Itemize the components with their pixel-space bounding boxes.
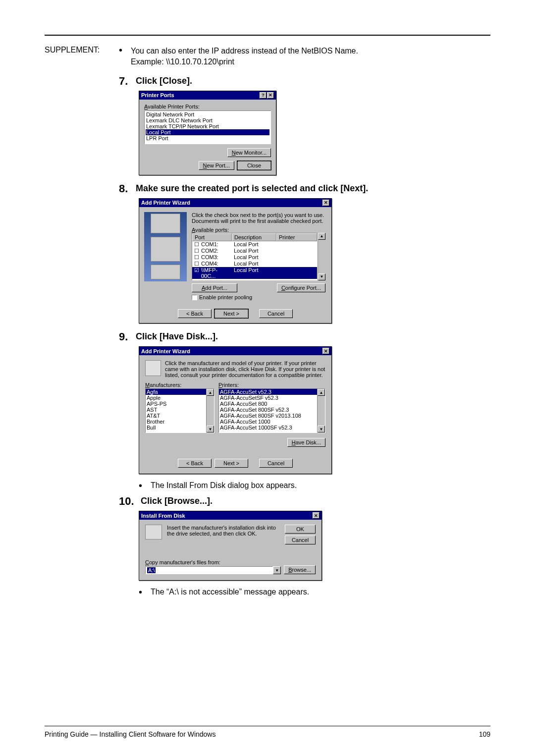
close-icon[interactable]: ✕ xyxy=(267,92,274,99)
manufacturers-listbox[interactable]: Agfa Apple APS-PS AST AT&T Brother Bull … xyxy=(145,388,214,433)
table-row[interactable]: ☐COM3:Local Port xyxy=(192,254,317,261)
new-monitor-button[interactable]: New Monitor... xyxy=(227,148,271,157)
scrollbar[interactable]: ▲ ▼ xyxy=(318,233,325,280)
supplement-line1: You can also enter the IP address instea… xyxy=(131,47,358,55)
copy-from-combo[interactable]: A:\ ▼ xyxy=(145,566,281,574)
cancel-button[interactable]: Cancel xyxy=(259,459,293,468)
help-icon[interactable]: ? xyxy=(260,92,267,99)
scroll-down-icon[interactable]: ▼ xyxy=(318,273,325,280)
close-icon[interactable]: ✕ xyxy=(322,200,329,206)
step-9-num: 9. xyxy=(119,330,136,343)
list-item[interactable]: Digital Network Port xyxy=(146,111,269,117)
manufacturers-label: Manufacturers: xyxy=(145,382,214,388)
printer-icon xyxy=(145,360,161,376)
list-item[interactable]: AGFA-AccuSet v52.3 xyxy=(219,389,317,395)
new-port-button[interactable]: New Port... xyxy=(199,161,234,170)
wizard-havedisk-titlebar: Add Printer Wizard ✕ xyxy=(139,347,331,355)
list-item[interactable]: Lexmark DLC Network Port xyxy=(146,117,269,123)
list-item[interactable]: Brother xyxy=(146,419,206,425)
printer-ports-titlebar: Printer Ports ? ✕ xyxy=(139,91,276,100)
install-from-disk-dialog: Install From Disk ✕ Insert the manufactu… xyxy=(139,511,322,581)
disk-icon xyxy=(145,525,162,540)
printer-ports-title: Printer Ports xyxy=(141,92,174,98)
list-item[interactable]: Bull xyxy=(146,425,206,431)
list-item[interactable]: Agfa xyxy=(146,389,206,395)
scroll-up-icon[interactable]: ▲ xyxy=(318,389,325,396)
bullet-icon: • xyxy=(139,481,151,490)
wizard-graphic xyxy=(144,212,187,281)
list-item[interactable]: APS-PS xyxy=(146,401,206,407)
next-button[interactable]: Next > xyxy=(214,459,248,468)
scroll-down-icon[interactable]: ▼ xyxy=(207,426,214,432)
list-item[interactable]: AST xyxy=(146,407,206,413)
scroll-up-icon[interactable]: ▲ xyxy=(318,233,325,240)
table-row[interactable]: ☐COM4:Local Port xyxy=(192,261,317,267)
add-port-button[interactable]: Add Port... xyxy=(192,283,237,292)
copy-from-input[interactable]: A:\ xyxy=(145,566,273,574)
chevron-down-icon[interactable]: ▼ xyxy=(273,566,281,574)
step-9: 9. Click [Have Disk...]. xyxy=(119,330,490,343)
bullet-a-not-accessible: • The “A:\ is not accessible” message ap… xyxy=(139,588,490,596)
checkbox-icon xyxy=(192,295,197,300)
supplement-row: SUPPLEMENT: • You can also enter the IP … xyxy=(45,46,490,68)
list-item[interactable]: Apple xyxy=(146,395,206,401)
list-item[interactable]: Local Port xyxy=(146,129,269,135)
step-7-text: Click [Close]. xyxy=(136,75,192,86)
step-8: 8. Make sure the created port is selecte… xyxy=(119,182,490,195)
back-button[interactable]: < Back xyxy=(178,309,212,318)
header-printer[interactable]: Printer xyxy=(276,233,317,241)
step-7-num: 7. xyxy=(119,75,136,88)
enable-pooling-checkbox[interactable]: Enable printer pooling xyxy=(192,294,325,301)
step-7: 7. Click [Close]. xyxy=(119,75,490,88)
ok-button[interactable]: OK xyxy=(285,525,316,534)
scrollbar[interactable]: ▲▼ xyxy=(317,389,325,432)
close-icon[interactable]: ✕ xyxy=(313,512,320,519)
wizard-ports-title: Add Printer Wizard xyxy=(141,200,190,206)
configure-port-button[interactable]: Configure Port... xyxy=(277,283,325,292)
have-disk-button[interactable]: Have Disk... xyxy=(287,438,325,447)
table-row[interactable]: ☑\\MFP-00C...Local Port xyxy=(192,267,317,279)
available-ports-listbox[interactable]: Digital Network Port Lexmark DLC Network… xyxy=(144,110,271,144)
step-8-num: 8. xyxy=(119,182,136,195)
cancel-button[interactable]: Cancel xyxy=(285,536,316,544)
bullet-install-from-disk-appears: • The Install From Disk dialog box appea… xyxy=(139,481,490,490)
add-printer-wizard-ports-dialog: Add Printer Wizard ✕ Click the check box… xyxy=(139,198,332,324)
list-item[interactable]: AGFA-AccuSet 800SF v2013.108 xyxy=(219,413,317,419)
copy-from-label: Copy manufacturer's files from: xyxy=(145,559,316,565)
cancel-button[interactable]: Cancel xyxy=(259,309,293,318)
browse-button[interactable]: Browse... xyxy=(284,565,316,574)
list-item[interactable]: AGFA-AccuSet 800 xyxy=(219,401,317,407)
step-10: 10. Click [Browse...]. xyxy=(119,495,490,508)
close-icon[interactable]: ✕ xyxy=(322,348,329,354)
list-item[interactable]: AT&T xyxy=(146,413,206,419)
list-item[interactable]: AGFA-AccuSet 1000SF v52.3 xyxy=(219,425,317,431)
ports-table[interactable]: Port Description Printer ☐COM1:Local Por… xyxy=(192,233,318,280)
supplement-label: SUPPLEMENT: xyxy=(45,46,119,54)
scroll-up-icon[interactable]: ▲ xyxy=(207,389,214,396)
list-item[interactable]: Lexmark TCP/IP Network Port xyxy=(146,123,269,129)
list-item[interactable]: AGFA-AccuSet 1000 xyxy=(219,419,317,425)
list-item[interactable]: AGFA-AccuSetSF v52.3 xyxy=(219,395,317,401)
wizard-instruction: Click the check box next to the port(s) … xyxy=(192,212,325,224)
header-port[interactable]: Port xyxy=(192,233,232,241)
add-printer-wizard-havedisk-dialog: Add Printer Wizard ✕ Click the manufactu… xyxy=(139,346,332,474)
bullet-icon: • xyxy=(119,46,131,54)
next-button[interactable]: Next > xyxy=(214,309,248,318)
table-row[interactable]: ☐COM1:Local Port xyxy=(192,241,317,248)
back-button[interactable]: < Back xyxy=(178,459,212,468)
scroll-down-icon[interactable]: ▼ xyxy=(318,426,325,432)
table-row[interactable]: ☐COM2:Local Port xyxy=(192,248,317,254)
scrollbar[interactable]: ▲▼ xyxy=(206,389,214,432)
list-item[interactable]: AGFA-AccuSet 800SF v52.3 xyxy=(219,407,317,413)
step-9-text: Click [Have Disk...]. xyxy=(136,330,218,342)
bullet-text: The Install From Disk dialog box appears… xyxy=(151,481,297,490)
step-10-num: 10. xyxy=(119,495,141,508)
page-footer: Printing Guide — Installing Client Softw… xyxy=(45,730,490,738)
close-button[interactable]: Close xyxy=(237,161,271,170)
printers-listbox[interactable]: AGFA-AccuSet v52.3 AGFA-AccuSetSF v52.3 … xyxy=(218,388,325,433)
wizard-ports-titlebar: Add Printer Wizard ✕ xyxy=(139,199,331,207)
ifd-instruction: Insert the manufacturer's installation d… xyxy=(167,525,280,544)
list-item[interactable]: LPR Port xyxy=(146,135,269,141)
ifd-titlebar: Install From Disk ✕ xyxy=(139,511,321,520)
header-description[interactable]: Description xyxy=(232,233,276,241)
